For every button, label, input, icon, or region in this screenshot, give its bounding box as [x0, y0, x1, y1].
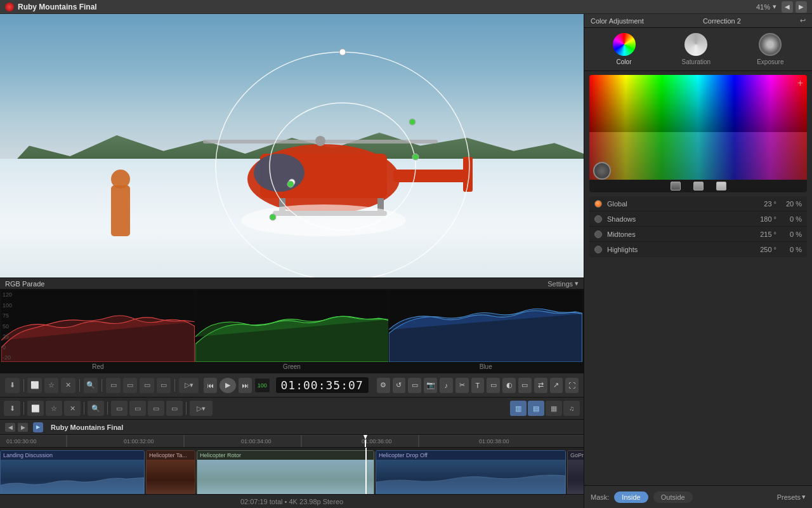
- nav-forward-icon[interactable]: ▶: [796, 1, 807, 13]
- status-bar: 02:07:19 total • 4K 23.98p Stereo: [0, 494, 584, 508]
- clip-helicopter-ta[interactable]: Helicopter Ta...: [146, 450, 195, 494]
- blue-channel: Blue: [389, 290, 582, 371]
- zoom-out-timeline[interactable]: ▤: [528, 401, 544, 416]
- color-btn[interactable]: ◐: [502, 378, 516, 393]
- svg-point-14: [270, 103, 416, 230]
- skip-forward-btn[interactable]: ⏭: [239, 378, 252, 393]
- sep4: [174, 379, 175, 392]
- color-tool-exposure[interactable]: Exposure: [757, 33, 783, 65]
- svg-point-17: [412, 154, 419, 160]
- edit-btn4[interactable]: ✕: [64, 401, 81, 416]
- esep2: [84, 402, 84, 415]
- neutral-eyedropper-btn[interactable]: [593, 162, 611, 180]
- edit-btn5[interactable]: ▭: [111, 401, 128, 416]
- expand-btn[interactable]: ⛶: [565, 378, 579, 393]
- saturation-label: Saturation: [682, 58, 711, 65]
- scale-labels-red: 1201007550250-20: [3, 290, 12, 362]
- highlights-angle: 250 °: [751, 246, 776, 253]
- zoom-down-icon[interactable]: ▾: [773, 3, 776, 11]
- correction-label: Correction 2: [703, 17, 741, 25]
- window-title: Ruby Mountains Final: [18, 3, 756, 11]
- presets-btn[interactable]: Presets ▾: [777, 493, 806, 501]
- clip-landing[interactable]: Landing Discussion: [0, 450, 145, 494]
- photo-btn[interactable]: ▭: [408, 378, 421, 393]
- timeline-forward-icon[interactable]: ▶: [18, 423, 28, 432]
- search-btn[interactable]: 🔍: [84, 378, 98, 393]
- video-background: [0, 14, 584, 277]
- music-btn[interactable]: ♪: [440, 378, 453, 393]
- audio-btn[interactable]: ▭: [518, 378, 532, 393]
- sync-btn[interactable]: ↺: [393, 378, 406, 393]
- esep4: [186, 402, 187, 415]
- color-tool-color[interactable]: Color: [613, 33, 636, 65]
- timeline-back-icon[interactable]: ◀: [5, 423, 15, 432]
- add-clip-btn[interactable]: ⬇: [5, 378, 20, 393]
- edit-btn6[interactable]: ▭: [129, 401, 146, 416]
- shadow-slider[interactable]: [671, 182, 681, 190]
- select-mode-btn[interactable]: ▷▾: [190, 401, 213, 416]
- transition-btn[interactable]: ⇄: [534, 378, 547, 393]
- esep3: [107, 402, 108, 415]
- search-tool-btn[interactable]: 🔍: [88, 401, 104, 416]
- edit-btn1[interactable]: ⬇: [4, 401, 20, 416]
- svg-text:01:00:38:00: 01:00:38:00: [479, 439, 509, 445]
- scope-settings-btn[interactable]: Settings ▾: [547, 279, 579, 288]
- midtone-slider[interactable]: [693, 182, 704, 190]
- mask-controls: Mask: Inside Outside Presets ▾: [584, 485, 812, 508]
- timeline-ruler: 01:00:30:00 01:00:32:00 01:00:34:00 01:0…: [0, 435, 584, 448]
- green-waveform: [195, 290, 389, 362]
- color-wheel-area[interactable]: +: [589, 75, 807, 192]
- scope-title: RGB Parade: [5, 280, 44, 288]
- edit-btn2[interactable]: ⬜: [27, 401, 44, 416]
- edit-btn3[interactable]: ☆: [46, 401, 62, 416]
- skip-back-btn[interactable]: ⏮: [204, 378, 217, 393]
- clip-appearance-btn[interactable]: ▦: [546, 401, 562, 416]
- camera-btn[interactable]: 📷: [424, 378, 437, 393]
- svg-text:01:00:30:00: 01:00:30:00: [6, 439, 37, 445]
- cut-btn[interactable]: ✂: [455, 378, 469, 393]
- text-btn[interactable]: T: [471, 378, 485, 393]
- timeline-area: ◀ ▶ ▶ Ruby Mountains Final 01:00:30:00 0…: [0, 420, 584, 494]
- gradient-sliders: [589, 180, 807, 192]
- param-highlights: Highlights 250 ° 0 %: [589, 242, 807, 257]
- highlight-slider[interactable]: [716, 182, 726, 190]
- zoom-control[interactable]: 41% ▾: [756, 3, 776, 11]
- play-btn[interactable]: ▶: [219, 378, 236, 393]
- add-color-btn[interactable]: +: [797, 77, 803, 89]
- clip-btn4[interactable]: ▭: [106, 378, 121, 393]
- midtones-dot: [594, 231, 602, 238]
- select-tool-btn[interactable]: ▷▾: [179, 378, 199, 393]
- audio-timeline-btn[interactable]: ♫: [563, 401, 580, 416]
- settings-btn[interactable]: ⚙: [377, 378, 390, 393]
- edit-toolbar: ⬇ ⬜ ☆ ✕ 🔍 ▭ ▭ ▭ ▭ ▷▾ ▥ ▤ ▦ ♫: [0, 397, 584, 420]
- clip-helicopter-dropoff[interactable]: Helicopter Drop Off: [376, 450, 566, 494]
- nav-back-icon[interactable]: ◀: [782, 1, 793, 13]
- shadows-label: Shadows: [607, 215, 751, 223]
- clip-btn1[interactable]: ⬜: [27, 378, 42, 393]
- color-tool-saturation[interactable]: Saturation: [682, 33, 711, 65]
- edit-btn8[interactable]: ▭: [166, 401, 183, 416]
- red-channel: 1201007550250-20 Red: [1, 290, 195, 371]
- share-btn[interactable]: ↗: [550, 378, 563, 393]
- exposure-icon: [759, 33, 782, 56]
- clip-btn3[interactable]: ✕: [61, 378, 75, 393]
- transform-btn[interactable]: ▭: [487, 378, 500, 393]
- clip-helicopter-rotor[interactable]: Helicopter Rotor: [197, 450, 374, 494]
- edit-btn7[interactable]: ▭: [148, 401, 164, 416]
- param-shadows: Shadows 180 ° 0 %: [589, 211, 807, 227]
- clip-btn2[interactable]: ☆: [44, 378, 59, 393]
- midtones-pct: 0 %: [776, 231, 802, 238]
- clip-btn6[interactable]: ▭: [140, 378, 154, 393]
- clip-btn7[interactable]: ▭: [157, 378, 171, 393]
- clip-btn5[interactable]: ▭: [123, 378, 138, 393]
- back-btn[interactable]: ↩: [800, 17, 806, 25]
- clip-gopro1[interactable]: GoPro 60p 1: [567, 450, 584, 494]
- global-angle: 23 °: [751, 200, 776, 208]
- clips-container: Landing Discussion Helicopter Ta... Heli…: [0, 448, 584, 494]
- shadows-pct: 0 %: [776, 215, 802, 223]
- shape-mask-overlay: [0, 14, 584, 277]
- mask-outside-btn[interactable]: Outside: [653, 491, 693, 503]
- mask-inside-btn[interactable]: Inside: [614, 491, 648, 503]
- zoom-in-timeline[interactable]: ▥: [510, 401, 527, 416]
- svg-point-13: [216, 52, 469, 277]
